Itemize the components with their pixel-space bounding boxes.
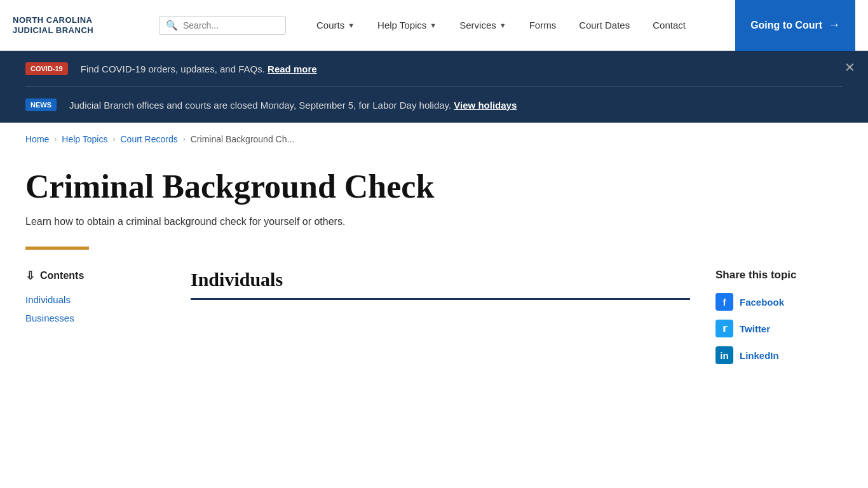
- share-linkedin-link[interactable]: LinkedIn: [740, 350, 779, 361]
- linkedin-icon: in: [715, 346, 733, 364]
- nav-item-services[interactable]: Services ▼: [448, 0, 517, 51]
- nav-item-courts[interactable]: Courts ▼: [305, 0, 366, 51]
- chevron-down-icon: ▼: [348, 22, 355, 29]
- news-view-holidays-link[interactable]: View holidays: [454, 100, 517, 111]
- notification-banners: ✕ COVID-19 Find COVID-19 orders, updates…: [0, 51, 868, 123]
- section-divider: [191, 298, 690, 300]
- breadcrumb-help-topics[interactable]: Help Topics: [62, 134, 107, 144]
- list-item: Businesses: [25, 313, 165, 323]
- site-logo[interactable]: NORTH CAROLINA JUDICIAL BRANCH: [13, 15, 140, 35]
- logo-line2: JUDICIAL BRANCH: [13, 25, 140, 35]
- breadcrumb-sep-3: ›: [183, 135, 186, 144]
- close-banner-button[interactable]: ✕: [844, 60, 855, 75]
- news-banner-text: Judicial Branch offices and courts are c…: [69, 100, 517, 111]
- facebook-icon: f: [715, 293, 733, 311]
- list-item: in LinkedIn: [715, 346, 843, 364]
- nav-item-contact[interactable]: Contact: [641, 0, 697, 51]
- contents-link-businesses[interactable]: Businesses: [25, 313, 74, 323]
- site-header: NORTH CAROLINA JUDICIAL BRANCH 🔍 Courts …: [0, 0, 868, 51]
- list-item: Individuals: [25, 294, 165, 305]
- list-item: f Facebook: [715, 293, 843, 311]
- contents-list: Individuals Businesses: [25, 294, 165, 323]
- nav-item-court-dates[interactable]: Court Dates: [567, 0, 641, 51]
- main-nav: Courts ▼ Help Topics ▼ Services ▼ Forms …: [305, 0, 735, 51]
- going-to-court-cta[interactable]: Going to Court →: [735, 0, 855, 51]
- gold-divider: [25, 247, 89, 250]
- contents-header: ⇩ Contents: [25, 269, 165, 283]
- share-twitter-link[interactable]: Twitter: [740, 323, 770, 334]
- contents-sidebar: ⇩ Contents Individuals Businesses: [25, 269, 165, 373]
- share-links-list: f Facebook 𝕣 Twitter in LinkedIn: [715, 293, 843, 364]
- search-area[interactable]: 🔍: [159, 16, 286, 35]
- covid-read-more-link[interactable]: Read more: [268, 64, 317, 74]
- page-title: Criminal Background Check: [25, 168, 843, 205]
- covid-badge: COVID-19: [25, 62, 68, 75]
- breadcrumb-sep-1: ›: [54, 135, 57, 144]
- contents-link-individuals[interactable]: Individuals: [25, 294, 71, 305]
- nav-item-help-topics[interactable]: Help Topics ▼: [366, 0, 448, 51]
- page-content: Criminal Background Check Learn how to o…: [0, 156, 868, 398]
- breadcrumb-current: Criminal Background Ch...: [191, 134, 294, 144]
- breadcrumb: Home › Help Topics › Court Records › Cri…: [0, 123, 868, 156]
- chevron-down-icon: ▼: [499, 22, 506, 29]
- page-subtitle: Learn how to obtain a criminal backgroun…: [25, 216, 843, 227]
- share-title: Share this topic: [715, 269, 843, 281]
- section-title-individuals: Individuals: [191, 269, 690, 290]
- list-item: 𝕣 Twitter: [715, 320, 843, 337]
- twitter-icon: 𝕣: [715, 320, 733, 337]
- main-content: Individuals: [191, 269, 690, 373]
- logo-line1: NORTH CAROLINA: [13, 15, 140, 25]
- news-banner-row: NEWS Judicial Branch offices and courts …: [25, 87, 843, 123]
- covid-banner-text: Find COVID-19 orders, updates, and FAQs.…: [81, 64, 317, 74]
- breadcrumb-home[interactable]: Home: [25, 134, 49, 144]
- chevron-down-icon: ▼: [430, 22, 437, 29]
- covid-banner-row: COVID-19 Find COVID-19 orders, updates, …: [25, 51, 843, 87]
- arrow-right-icon: →: [829, 18, 840, 32]
- breadcrumb-sep-2: ›: [112, 135, 115, 144]
- share-sidebar: Share this topic f Facebook 𝕣 Twitter in…: [715, 269, 843, 373]
- search-icon: 🔍: [166, 20, 178, 31]
- two-column-layout: ⇩ Contents Individuals Businesses Indivi…: [25, 269, 843, 373]
- breadcrumb-court-records[interactable]: Court Records: [120, 134, 177, 144]
- news-badge: NEWS: [25, 98, 57, 111]
- nav-item-forms[interactable]: Forms: [518, 0, 568, 51]
- search-input[interactable]: [183, 20, 278, 30]
- share-facebook-link[interactable]: Facebook: [740, 297, 784, 308]
- arrow-down-icon: ⇩: [25, 269, 35, 283]
